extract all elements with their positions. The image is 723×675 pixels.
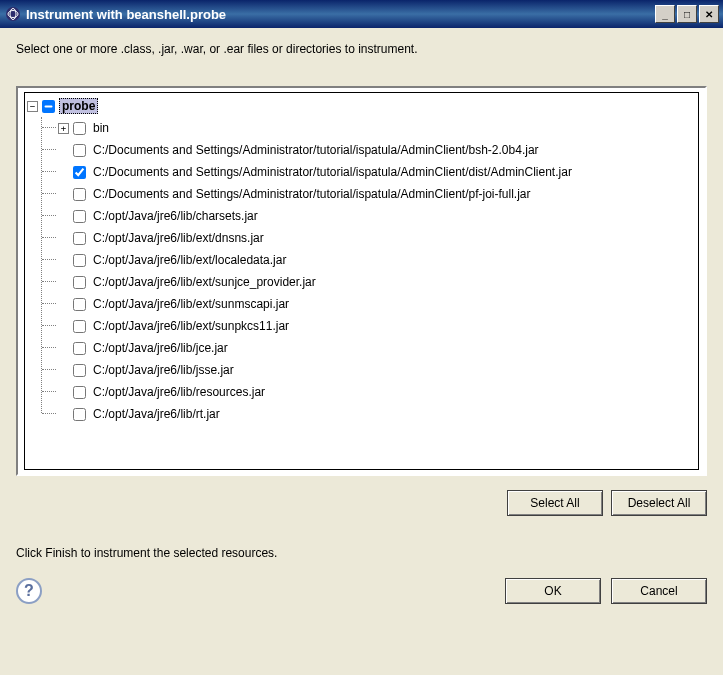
tree-item[interactable]: C:/opt/Java/jre6/lib/charsets.jar — [58, 205, 696, 227]
maximize-button[interactable]: □ — [677, 5, 697, 23]
tree-item-checkbox[interactable] — [73, 210, 86, 223]
tree-item-checkbox[interactable] — [73, 122, 86, 135]
help-icon[interactable]: ? — [16, 578, 42, 604]
tree-item-checkbox[interactable] — [73, 342, 86, 355]
tree-leaf-spacer — [58, 167, 69, 178]
tree-item-checkbox[interactable] — [73, 298, 86, 311]
tree-item-label[interactable]: C:/opt/Java/jre6/lib/ext/sunjce_provider… — [90, 274, 319, 290]
select-all-button[interactable]: Select All — [507, 490, 603, 516]
tree-leaf-spacer — [58, 277, 69, 288]
tree-item-checkbox[interactable] — [73, 166, 86, 179]
hint-text: Click Finish to instrument the selected … — [16, 546, 707, 560]
app-icon — [4, 5, 22, 23]
tree-leaf-spacer — [58, 255, 69, 266]
tree-item-label[interactable]: C:/opt/Java/jre6/lib/ext/localedata.jar — [90, 252, 289, 268]
tree-item[interactable]: C:/opt/Java/jre6/lib/jce.jar — [58, 337, 696, 359]
instruction-text: Select one or more .class, .jar, .war, o… — [16, 42, 707, 56]
tree-leaf-spacer — [58, 211, 69, 222]
selection-buttons: Select All Deselect All — [16, 490, 707, 516]
tree-item-checkbox[interactable] — [73, 254, 86, 267]
tree-item-checkbox[interactable] — [73, 386, 86, 399]
tree-item[interactable]: C:/opt/Java/jre6/lib/jsse.jar — [58, 359, 696, 381]
tree-item[interactable]: C:/opt/Java/jre6/lib/ext/sunpkcs11.jar — [58, 315, 696, 337]
tree-item-checkbox[interactable] — [73, 320, 86, 333]
tree-item-label[interactable]: C:/opt/Java/jre6/lib/rt.jar — [90, 406, 223, 422]
cancel-button[interactable]: Cancel — [611, 578, 707, 604]
deselect-all-button[interactable]: Deselect All — [611, 490, 707, 516]
tree-item[interactable]: +bin — [58, 117, 696, 139]
tree-item[interactable]: C:/opt/Java/jre6/lib/resources.jar — [58, 381, 696, 403]
minimize-button[interactable]: _ — [655, 5, 675, 23]
tree-item-label[interactable]: C:/Documents and Settings/Administrator/… — [90, 164, 575, 180]
tree-item-label[interactable]: C:/opt/Java/jre6/lib/resources.jar — [90, 384, 268, 400]
tree-item-label[interactable]: bin — [90, 120, 112, 136]
collapse-icon[interactable]: − — [27, 101, 38, 112]
tree-item[interactable]: C:/opt/Java/jre6/lib/ext/sunjce_provider… — [58, 271, 696, 293]
dialog-footer: ? OK Cancel — [16, 578, 707, 604]
window-title: Instrument with beanshell.probe — [26, 7, 655, 22]
tree-item-label[interactable]: C:/opt/Java/jre6/lib/jsse.jar — [90, 362, 237, 378]
expand-icon[interactable]: + — [58, 123, 69, 134]
ok-button[interactable]: OK — [505, 578, 601, 604]
tree-item-label[interactable]: C:/opt/Java/jre6/lib/ext/sunpkcs11.jar — [90, 318, 292, 334]
tree-leaf-spacer — [58, 321, 69, 332]
tree-item-label[interactable]: C:/opt/Java/jre6/lib/ext/dnsns.jar — [90, 230, 267, 246]
tree-panel: − probe +binC:/Documents and Settings/Ad… — [16, 86, 707, 476]
tree-item[interactable]: C:/opt/Java/jre6/lib/rt.jar — [58, 403, 696, 425]
tree-item[interactable]: C:/Documents and Settings/Administrator/… — [58, 161, 696, 183]
tree-item[interactable]: C:/opt/Java/jre6/lib/ext/localedata.jar — [58, 249, 696, 271]
tree-leaf-spacer — [58, 365, 69, 376]
tree-item[interactable]: C:/Documents and Settings/Administrator/… — [58, 183, 696, 205]
tree-leaf-spacer — [58, 299, 69, 310]
tree-item-checkbox[interactable] — [73, 144, 86, 157]
resource-tree: − probe +binC:/Documents and Settings/Ad… — [27, 95, 696, 425]
tree-item-label[interactable]: C:/Documents and Settings/Administrator/… — [90, 142, 542, 158]
title-bar: Instrument with beanshell.probe _ □ ✕ — [0, 0, 723, 28]
tree-leaf-spacer — [58, 409, 69, 420]
tree-leaf-spacer — [58, 189, 69, 200]
close-button[interactable]: ✕ — [699, 5, 719, 23]
tree-item-checkbox[interactable] — [73, 188, 86, 201]
tree-leaf-spacer — [58, 387, 69, 398]
tree-item-checkbox[interactable] — [73, 364, 86, 377]
tree-item-label[interactable]: C:/opt/Java/jre6/lib/ext/sunmscapi.jar — [90, 296, 292, 312]
tree-item[interactable]: C:/Documents and Settings/Administrator/… — [58, 139, 696, 161]
tree-item-checkbox[interactable] — [73, 232, 86, 245]
tree-item-label[interactable]: C:/opt/Java/jre6/lib/charsets.jar — [90, 208, 261, 224]
tree-item-checkbox[interactable] — [73, 276, 86, 289]
tree-root-row[interactable]: − probe — [27, 95, 696, 117]
footer-buttons: OK Cancel — [505, 578, 707, 604]
tree-item[interactable]: C:/opt/Java/jre6/lib/ext/sunmscapi.jar — [58, 293, 696, 315]
tree-root-label[interactable]: probe — [59, 98, 98, 114]
tree-leaf-spacer — [58, 343, 69, 354]
window-controls: _ □ ✕ — [655, 5, 719, 23]
tree-root-checkbox[interactable] — [42, 100, 55, 113]
tree-leaf-spacer — [58, 233, 69, 244]
tree-item-label[interactable]: C:/Documents and Settings/Administrator/… — [90, 186, 534, 202]
tree-item-checkbox[interactable] — [73, 408, 86, 421]
dialog-content: Select one or more .class, .jar, .war, o… — [0, 28, 723, 614]
tree-item-label[interactable]: C:/opt/Java/jre6/lib/jce.jar — [90, 340, 231, 356]
tree-leaf-spacer — [58, 145, 69, 156]
tree-item[interactable]: C:/opt/Java/jre6/lib/ext/dnsns.jar — [58, 227, 696, 249]
